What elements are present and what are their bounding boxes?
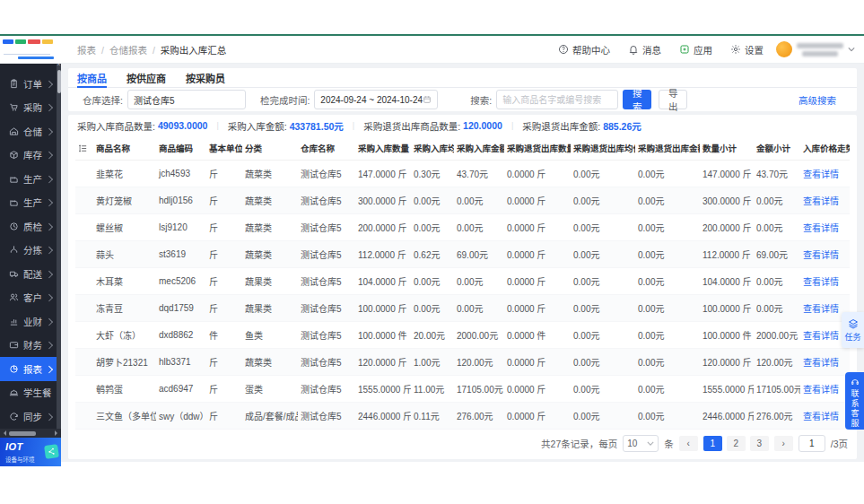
cell-base-unit: 斤: [206, 187, 242, 214]
warehouse-select[interactable]: 测试仓库5: [127, 90, 246, 109]
task-float-button[interactable]: 任务: [842, 312, 864, 348]
view-details-link[interactable]: 查看详情: [803, 196, 839, 206]
table-row: 鹌鹑蛋 acd6947 斤 蛋类 测试仓库5 1555.0000 斤 11.00…: [75, 376, 850, 403]
column-header: 采购入库均价: [411, 136, 454, 161]
breadcrumb-item[interactable]: 报表: [77, 43, 96, 56]
apps-button[interactable]: 应用: [679, 43, 712, 56]
user-menu[interactable]: [776, 41, 855, 57]
summary-stat: 采购退货出库商品数量: 120.0000: [344, 119, 502, 133]
date-range-picker[interactable]: 2024-09-24 ~ 2024-10-24: [314, 90, 438, 109]
sidebar-item-warehouse[interactable]: 仓储: [0, 119, 57, 143]
advanced-search-toggle[interactable]: 高级搜索: [799, 93, 846, 107]
breadcrumb-item[interactable]: 采购出入库汇总: [147, 43, 226, 56]
sidebar-item-production-2[interactable]: 生产: [0, 191, 57, 215]
gear-icon: [730, 44, 741, 55]
cell-return-avg-price: 0.00元: [571, 161, 635, 187]
settings-button[interactable]: 设置: [730, 43, 764, 56]
columns-icon[interactable]: [78, 143, 88, 153]
per-page-select[interactable]: 10: [623, 435, 659, 452]
sidebar-item-sync[interactable]: 同步: [0, 404, 57, 429]
help-center-button[interactable]: 帮助中心: [558, 43, 610, 56]
cell-return-qty: 0.0000 斤: [504, 241, 571, 268]
cell-inbound-qty: 300.0000 斤: [355, 187, 411, 214]
cell-qty-subtotal: 100.0000 斤: [700, 295, 754, 322]
sidebar-item-label: 生产: [23, 172, 42, 186]
row-leading-cell: [75, 214, 93, 241]
cell-amount-subtotal: 17105.00元: [754, 376, 800, 403]
cell-inbound-qty: 147.0000 斤: [355, 161, 411, 187]
sidebar-item-label: 质检: [23, 220, 42, 233]
prev-page-button[interactable]: ‹: [679, 436, 698, 451]
page-button[interactable]: 2: [727, 436, 746, 451]
sidebar-item-production-1[interactable]: 生产: [0, 167, 57, 191]
view-details-link[interactable]: 查看详情: [803, 223, 839, 233]
view-details-link[interactable]: 查看详情: [803, 169, 839, 179]
sidebar-nav: 订单 采购 仓储 库存 生产: [0, 72, 57, 429]
page-button[interactable]: 1: [703, 436, 722, 451]
iot-banner[interactable]: IOT 设备与环境: [0, 438, 61, 466]
scrollbar-thumb[interactable]: [57, 70, 61, 93]
iot-subtitle: 设备与环境: [5, 455, 35, 464]
cell-category: 蔬果类: [242, 295, 298, 322]
tab-by-buyer[interactable]: 按采购员: [186, 68, 225, 87]
breadcrumb-item[interactable]: 仓储报表: [96, 43, 147, 56]
next-page-button[interactable]: ›: [774, 436, 793, 451]
sidebar-item-business-finance[interactable]: 业财: [0, 309, 57, 334]
cell-category: 蔬菜类: [242, 349, 298, 376]
messages-button[interactable]: 消息: [628, 43, 661, 56]
view-details-link[interactable]: 查看详情: [803, 331, 839, 341]
row-leading-cell: [75, 376, 93, 403]
scroll-left-arrow-icon[interactable]: [1, 430, 6, 436]
search-input[interactable]: [496, 90, 618, 109]
column-header: 分类: [242, 136, 298, 161]
stat-label: 采购退货出库金额:: [522, 119, 600, 133]
sidebar-item-delivery[interactable]: 配送: [0, 262, 57, 286]
chevron-right-icon: [46, 294, 53, 301]
cell-inbound-qty: 200.0000 斤: [355, 214, 411, 241]
page-jump-input[interactable]: [799, 435, 825, 452]
row-leading-cell: [75, 241, 93, 268]
chevron-right-icon: [46, 270, 53, 277]
view-details-link[interactable]: 查看详情: [803, 358, 839, 368]
logo-bar-yellow: [42, 39, 53, 44]
scroll-up-arrow-icon[interactable]: ^: [57, 64, 61, 68]
cell-return-qty: 0.0000 斤: [504, 376, 571, 403]
logo-chart-line: [4, 47, 50, 55]
sidebar-item-finance[interactable]: 财务: [0, 334, 57, 358]
page-button[interactable]: 3: [750, 436, 769, 451]
column-header: 采购退货出库数量: [504, 136, 571, 161]
sidebar-item-student-meal[interactable]: 学生餐: [0, 381, 57, 405]
sidebar-item-reports[interactable]: 报表: [0, 357, 57, 381]
view-details-link[interactable]: 查看详情: [803, 250, 839, 260]
cell-inbound-amount: 17105.00元: [454, 376, 504, 403]
scrollbar-thumb[interactable]: [9, 431, 36, 436]
view-details-link[interactable]: 查看详情: [803, 277, 839, 287]
search-button[interactable]: 搜索: [623, 90, 651, 109]
chevron-right-icon: [46, 247, 53, 254]
sidebar-item-customers[interactable]: 客户: [0, 286, 57, 310]
sidebar-item-quality[interactable]: 质检: [0, 214, 57, 239]
sidebar-item-orders[interactable]: 订单: [0, 72, 57, 96]
cell-return-qty: 0.0000 件: [504, 322, 571, 349]
sidebar-item-label: 报表: [23, 362, 42, 376]
tab-by-product[interactable]: 按商品: [77, 68, 107, 87]
view-details-link[interactable]: 查看详情: [803, 304, 839, 314]
cell-return-amount: 0.00元: [635, 295, 700, 322]
sidebar-vertical-scrollbar[interactable]: ^: [57, 63, 61, 429]
scroll-right-arrow-icon[interactable]: [55, 430, 60, 436]
cell-amount-subtotal: 0.00元: [754, 295, 800, 322]
customer-service-button[interactable]: 联系客服: [845, 372, 864, 430]
export-button[interactable]: 导出: [659, 90, 687, 109]
view-details-link[interactable]: 查看详情: [803, 412, 839, 421]
sidebar-horizontal-scrollbar[interactable]: [0, 429, 61, 438]
sidebar-item-sorting[interactable]: 分拣: [0, 239, 57, 263]
sidebar-item-inventory[interactable]: 库存: [0, 143, 57, 168]
search-label: 搜索:: [470, 93, 492, 107]
column-header: 入库价格走势: [800, 136, 850, 161]
sidebar-item-purchase[interactable]: 采购: [0, 96, 57, 120]
column-header: 采购退货出库均价: [571, 136, 635, 161]
cell-qty-subtotal: 2446.0000 斤: [700, 403, 754, 430]
view-details-link[interactable]: 查看详情: [803, 385, 839, 395]
per-page-unit: 条: [664, 437, 674, 450]
tab-by-supplier[interactable]: 按供应商: [127, 68, 166, 87]
